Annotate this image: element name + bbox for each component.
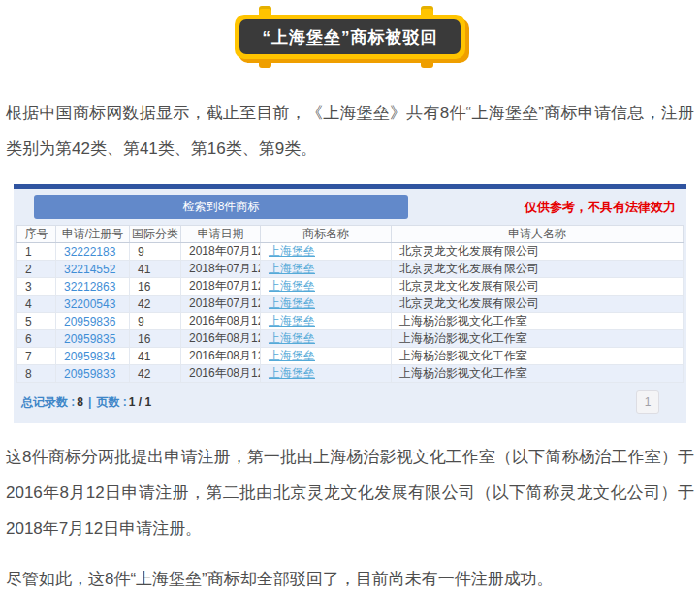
cell-serial: 1 xyxy=(17,243,56,261)
application-number-link[interactable]: 32200543 xyxy=(64,297,115,311)
cell-serial: 6 xyxy=(17,330,56,348)
column-header-serial: 序号 xyxy=(17,226,56,243)
table-row: 52095983692016年08月12日上海堡垒上海杨治影视文化工作室 xyxy=(17,313,684,330)
table-row: 232214552412018年07月12日上海堡垒北京灵龙文化发展有限公司 xyxy=(17,261,684,278)
cell-intl-class: 9 xyxy=(130,243,181,261)
application-number-link[interactable]: 20959836 xyxy=(64,315,115,328)
column-header-trademark-name: 商标名称 xyxy=(261,226,392,243)
cell-trademark-name: 上海堡垒 xyxy=(261,296,392,313)
application-number-link[interactable]: 32222183 xyxy=(64,245,115,259)
pages-label: 页数 : xyxy=(96,394,126,411)
trademark-name-link[interactable]: 上海堡垒 xyxy=(269,279,315,293)
cell-application-number: 32200543 xyxy=(56,296,130,313)
cell-intl-class: 16 xyxy=(130,278,181,296)
trademark-name-link[interactable]: 上海堡垒 xyxy=(269,262,315,275)
cell-trademark-name: 上海堡垒 xyxy=(261,365,392,383)
cell-intl-class: 41 xyxy=(130,261,181,278)
column-header-application-date: 申请日期 xyxy=(181,226,261,243)
total-records-label: 总记录数 : xyxy=(21,394,75,411)
paragraph-intro: 根据中国商标网数据显示，截止至目前，《上海堡垒》共有8件“上海堡垒”商标申请信息… xyxy=(6,95,694,167)
cell-trademark-name: 上海堡垒 xyxy=(261,330,392,348)
footer-separator: | xyxy=(88,395,91,409)
cell-application-number: 20959833 xyxy=(56,365,130,383)
legal-disclaimer: 仅供参考，不具有法律效力 xyxy=(525,199,681,216)
cell-serial: 8 xyxy=(17,365,56,383)
cell-serial: 2 xyxy=(17,261,56,278)
cell-application-date: 2016年08月12日 xyxy=(181,348,261,365)
cell-trademark-name: 上海堡垒 xyxy=(261,243,392,261)
table-row: 332212863162018年07月12日上海堡垒北京灵龙文化发展有限公司 xyxy=(17,278,684,296)
cell-serial: 5 xyxy=(17,313,56,330)
cell-applicant-name: 北京灵龙文化发展有限公司 xyxy=(392,261,684,278)
application-number-link[interactable]: 32212863 xyxy=(64,280,115,294)
cell-trademark-name: 上海堡垒 xyxy=(261,348,392,365)
paragraph-application-batches: 这8件商标分两批提出申请注册，第一批由上海杨治影视文化工作室（以下简称杨治工作室… xyxy=(6,439,694,546)
table-row: 720959834412016年08月12日上海堡垒上海杨治影视文化工作室 xyxy=(17,348,684,365)
cell-applicant-name: 上海杨治影视文化工作室 xyxy=(392,348,684,365)
total-records-value: 8 xyxy=(77,395,83,409)
trademark-name-link[interactable]: 上海堡垒 xyxy=(269,296,315,310)
cell-application-number: 32212863 xyxy=(56,278,130,296)
cell-serial: 3 xyxy=(17,278,56,296)
cell-application-number: 20959834 xyxy=(56,348,130,365)
title-banner: “上海堡垒”商标被驳回 xyxy=(235,6,465,68)
cell-trademark-name: 上海堡垒 xyxy=(261,313,392,330)
cell-applicant-name: 上海杨治影视文化工作室 xyxy=(392,365,684,383)
cell-applicant-name: 上海杨治影视文化工作室 xyxy=(392,330,684,348)
cell-serial: 4 xyxy=(17,296,56,313)
results-table-body: 13222218392018年07月12日上海堡垒北京灵龙文化发展有限公司232… xyxy=(17,243,684,383)
column-header-application-number: 申请/注册号 xyxy=(56,226,130,243)
trademark-name-link[interactable]: 上海堡垒 xyxy=(269,314,315,328)
table-header-row: 序号申请/注册号国际分类申请日期商标名称申请人名称 xyxy=(17,226,684,243)
page-title: “上海堡垒”商标被驳回 xyxy=(239,19,461,54)
page-1-button[interactable]: 1 xyxy=(636,390,659,414)
banner-plate: “上海堡垒”商标被驳回 xyxy=(235,15,465,59)
cell-trademark-name: 上海堡垒 xyxy=(261,261,392,278)
result-count-button[interactable]: 检索到8件商标 xyxy=(34,195,408,219)
table-row: 13222218392018年07月12日上海堡垒北京灵龙文化发展有限公司 xyxy=(17,243,684,261)
widget-footer: 总记录数 : 8 | 页数 : 1 / 1 1 xyxy=(14,383,686,423)
cell-intl-class: 41 xyxy=(130,348,181,365)
cell-applicant-name: 上海杨治影视文化工作室 xyxy=(392,313,684,330)
column-header-intl-class: 国际分类 xyxy=(130,226,181,243)
trademark-name-link[interactable]: 上海堡垒 xyxy=(269,244,315,258)
cell-application-number: 32214552 xyxy=(56,261,130,278)
paragraph-conclusion: 尽管如此，这8件“上海堡垒”商标却全部驳回了，目前尚未有一件注册成功。 xyxy=(6,561,694,593)
cell-application-date: 2016年08月12日 xyxy=(181,313,261,330)
results-table: 序号申请/注册号国际分类申请日期商标名称申请人名称 13222218392018… xyxy=(16,225,684,383)
application-number-link[interactable]: 20959835 xyxy=(64,332,115,346)
cell-intl-class: 42 xyxy=(130,296,181,313)
trademark-search-widget: 检索到8件商标 仅供参考，不具有法律效力 序号申请/注册号国际分类申请日期商标名… xyxy=(14,184,686,423)
cell-application-number: 32222183 xyxy=(56,243,130,261)
cell-applicant-name: 北京灵龙文化发展有限公司 xyxy=(392,278,684,296)
application-number-link[interactable]: 20959833 xyxy=(64,367,115,381)
application-number-link[interactable]: 32214552 xyxy=(64,263,115,276)
cell-application-number: 20959835 xyxy=(56,330,130,348)
cell-applicant-name: 北京灵龙文化发展有限公司 xyxy=(392,296,684,313)
trademark-name-link[interactable]: 上海堡垒 xyxy=(269,349,315,362)
cell-trademark-name: 上海堡垒 xyxy=(261,278,392,296)
table-row: 820959833422016年08月12日上海堡垒上海杨治影视文化工作室 xyxy=(17,365,684,383)
cell-applicant-name: 北京灵龙文化发展有限公司 xyxy=(392,243,684,261)
application-number-link[interactable]: 20959834 xyxy=(64,350,115,363)
pages-value: 1 / 1 xyxy=(129,395,151,409)
cell-serial: 7 xyxy=(17,348,56,365)
trademark-name-link[interactable]: 上海堡垒 xyxy=(269,366,315,380)
cell-application-date: 2018年07月12日 xyxy=(181,261,261,278)
table-row: 432200543422018年07月12日上海堡垒北京灵龙文化发展有限公司 xyxy=(17,296,684,313)
table-row: 620959835162016年08月12日上海堡垒上海杨治影视文化工作室 xyxy=(17,330,684,348)
cell-application-date: 2016年08月12日 xyxy=(181,365,261,383)
trademark-name-link[interactable]: 上海堡垒 xyxy=(269,331,315,345)
cell-application-date: 2018年07月12日 xyxy=(181,296,261,313)
cell-application-date: 2018年07月12日 xyxy=(181,278,261,296)
cell-intl-class: 16 xyxy=(130,330,181,348)
column-header-applicant-name: 申请人名称 xyxy=(392,226,684,243)
cell-application-number: 20959836 xyxy=(56,313,130,330)
cell-intl-class: 9 xyxy=(130,313,181,330)
widget-toolbar: 检索到8件商标 仅供参考，不具有法律效力 xyxy=(14,189,686,225)
cell-application-date: 2018年07月12日 xyxy=(181,243,261,261)
cell-intl-class: 42 xyxy=(130,365,181,383)
cell-application-date: 2016年08月12日 xyxy=(181,330,261,348)
